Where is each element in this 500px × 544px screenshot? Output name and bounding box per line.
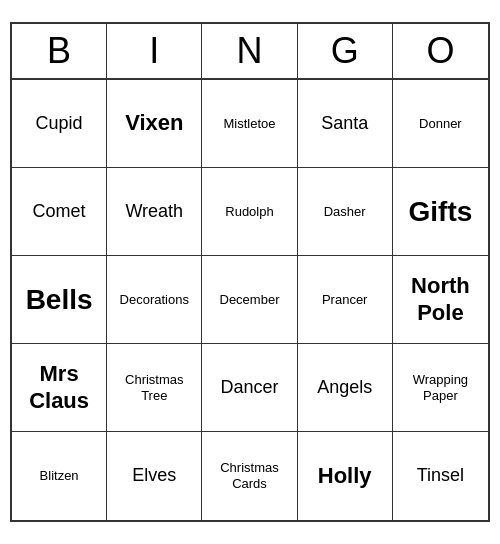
- cell-text: Dasher: [324, 204, 366, 220]
- bingo-cell: Mistletoe: [202, 80, 297, 168]
- bingo-cell: North Pole: [393, 256, 488, 344]
- header-letter: N: [202, 24, 297, 78]
- cell-text: Elves: [132, 465, 176, 487]
- bingo-grid: CupidVixenMistletoeSantaDonnerCometWreat…: [12, 80, 488, 520]
- cell-text: Blitzen: [40, 468, 79, 484]
- cell-text: Holly: [318, 463, 372, 489]
- bingo-cell: Blitzen: [12, 432, 107, 520]
- bingo-cell: Dancer: [202, 344, 297, 432]
- bingo-cell: Wrapping Paper: [393, 344, 488, 432]
- cell-text: Christmas Tree: [111, 372, 197, 403]
- bingo-cell: Tinsel: [393, 432, 488, 520]
- bingo-cell: Dasher: [298, 168, 393, 256]
- cell-text: Cupid: [36, 113, 83, 135]
- bingo-cell: Mrs Claus: [12, 344, 107, 432]
- bingo-cell: Cupid: [12, 80, 107, 168]
- cell-text: Wrapping Paper: [397, 372, 484, 403]
- cell-text: Christmas Cards: [206, 460, 292, 491]
- cell-text: Gifts: [409, 195, 473, 229]
- cell-text: Mrs Claus: [16, 361, 102, 414]
- cell-text: Angels: [317, 377, 372, 399]
- bingo-cell: Christmas Tree: [107, 344, 202, 432]
- bingo-cell: Elves: [107, 432, 202, 520]
- bingo-cell: Vixen: [107, 80, 202, 168]
- header-letter: I: [107, 24, 202, 78]
- bingo-cell: Bells: [12, 256, 107, 344]
- bingo-cell: Donner: [393, 80, 488, 168]
- bingo-cell: Holly: [298, 432, 393, 520]
- bingo-card: BINGO CupidVixenMistletoeSantaDonnerCome…: [10, 22, 490, 522]
- cell-text: Bells: [26, 283, 93, 317]
- cell-text: Dancer: [220, 377, 278, 399]
- bingo-cell: Comet: [12, 168, 107, 256]
- bingo-cell: Christmas Cards: [202, 432, 297, 520]
- cell-text: Tinsel: [417, 465, 464, 487]
- cell-text: Mistletoe: [223, 116, 275, 132]
- cell-text: Santa: [321, 113, 368, 135]
- cell-text: Donner: [419, 116, 462, 132]
- bingo-cell: December: [202, 256, 297, 344]
- bingo-cell: Decorations: [107, 256, 202, 344]
- cell-text: Prancer: [322, 292, 368, 308]
- cell-text: Vixen: [125, 110, 183, 136]
- cell-text: Wreath: [125, 201, 183, 223]
- bingo-cell: Gifts: [393, 168, 488, 256]
- bingo-cell: Prancer: [298, 256, 393, 344]
- bingo-cell: Angels: [298, 344, 393, 432]
- cell-text: North Pole: [397, 273, 484, 326]
- bingo-cell: Wreath: [107, 168, 202, 256]
- cell-text: December: [220, 292, 280, 308]
- header-letter: O: [393, 24, 488, 78]
- cell-text: Comet: [33, 201, 86, 223]
- bingo-cell: Rudolph: [202, 168, 297, 256]
- bingo-cell: Santa: [298, 80, 393, 168]
- header-letter: G: [298, 24, 393, 78]
- bingo-header: BINGO: [12, 24, 488, 80]
- cell-text: Rudolph: [225, 204, 273, 220]
- cell-text: Decorations: [120, 292, 189, 308]
- header-letter: B: [12, 24, 107, 78]
